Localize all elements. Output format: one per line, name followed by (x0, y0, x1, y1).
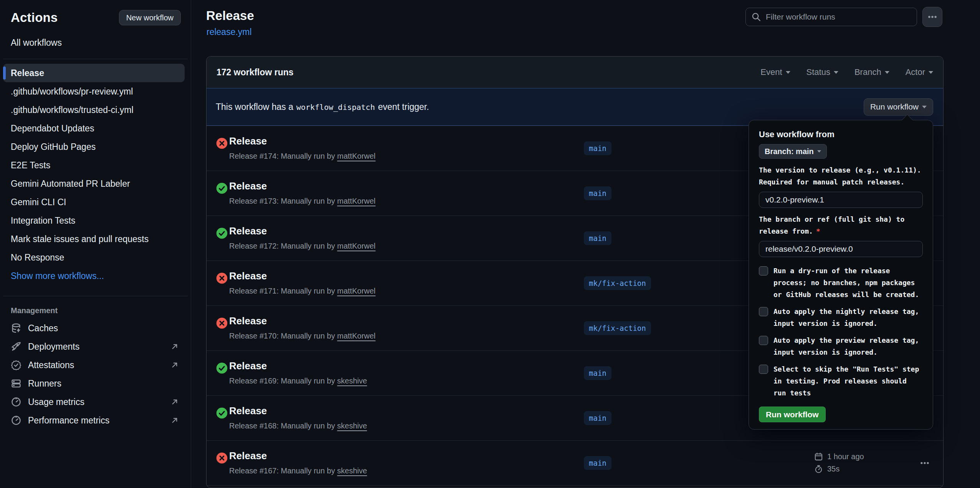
filter-label: Status (806, 67, 830, 77)
runs-list-header: 172 workflow runs Event Status Branch Ac… (207, 56, 943, 88)
actor-link[interactable]: skeshive (337, 422, 367, 430)
run-title-link[interactable]: Release (229, 359, 367, 372)
external-link-icon (170, 360, 179, 370)
nightly-tag-checkbox-label: Auto apply the nightly release tag, inpu… (773, 305, 923, 329)
filter-runs-input[interactable] (766, 12, 911, 22)
filter-branch-dropdown[interactable]: Branch (854, 67, 889, 77)
failure-icon (216, 452, 228, 464)
sidebar-item-label: Gemini CLI CI (11, 197, 66, 207)
actor-link[interactable]: mattKorwel (337, 287, 375, 295)
external-link-icon (170, 416, 179, 425)
sidebar-item-e2e-tests[interactable]: E2E Tests (3, 156, 185, 174)
new-workflow-button[interactable]: New workflow (119, 10, 181, 25)
actor-link[interactable]: mattKorwel (337, 332, 375, 340)
branch-badge[interactable]: main (584, 231, 611, 245)
version-input[interactable] (759, 192, 923, 208)
management-item-label: Performance metrics (28, 415, 109, 426)
actor-link[interactable]: mattKorwel (337, 242, 375, 250)
sidebar-item-label: E2E Tests (11, 160, 50, 171)
sidebar-item-usage-metrics[interactable]: Usage metrics (3, 393, 185, 411)
banner-text: This workflow has aworkflow_dispatcheven… (216, 102, 429, 112)
branch-selector-button[interactable]: Branch: main (759, 144, 827, 159)
run-title-link[interactable]: Release (229, 134, 375, 148)
actor-link[interactable]: mattKorwel (337, 152, 375, 160)
sidebar-item-integration-tests[interactable]: Integration Tests (3, 211, 185, 230)
failure-icon (216, 272, 228, 284)
branch-badge[interactable]: main (584, 456, 611, 470)
skip-tests-checkbox[interactable] (759, 365, 768, 374)
branch-badge[interactable]: main (584, 141, 611, 155)
sidebar-item-performance-metrics[interactable]: Performance metrics (3, 411, 185, 430)
run-title-link[interactable]: Release (229, 449, 367, 462)
run-title-link[interactable]: Release (229, 269, 375, 282)
run-workflow-submit-button[interactable]: Run workflow (759, 407, 826, 422)
branch-badge[interactable]: mk/fix-action (584, 321, 651, 335)
failure-icon (216, 138, 228, 149)
runs-count: 172 workflow runs (216, 67, 294, 78)
stopwatch-icon (814, 465, 823, 473)
branch-badge[interactable]: main (584, 186, 611, 200)
run-workflow-dropdown-button[interactable]: Run workflow (864, 98, 933, 116)
run-title-link[interactable]: Release (229, 404, 367, 417)
sidebar-item-release[interactable]: Release (3, 64, 185, 82)
branch-badge[interactable]: main (584, 411, 611, 425)
actor-link[interactable]: mattKorwel (337, 197, 375, 205)
sidebar-item-deploy-github-pages[interactable]: Deploy GitHub Pages (3, 138, 185, 156)
selected-indicator-bar (3, 66, 6, 80)
sidebar-item-runners[interactable]: Runners (3, 374, 185, 393)
preview-tag-checkbox[interactable] (759, 336, 768, 345)
sidebar-item-label: .github/workflows/pr-review.yml (11, 86, 133, 97)
all-workflows-link[interactable]: All workflows (11, 38, 180, 48)
external-link-icon (170, 397, 179, 407)
checkbox-row: Auto apply the preview release tag, inpu… (759, 334, 923, 358)
sidebar-item-label: Gemini Automated PR Labeler (11, 179, 130, 189)
run-title-link[interactable]: Release (229, 179, 375, 193)
sidebar-item-deployments[interactable]: Deployments (3, 337, 185, 356)
workflow-file-link[interactable]: release.yml (207, 27, 252, 37)
filter-event-dropdown[interactable]: Event (760, 67, 790, 77)
actor-link[interactable]: skeshive (337, 466, 367, 475)
run-workflow-label: Run workflow (870, 102, 919, 111)
sidebar-item-pr-review[interactable]: .github/workflows/pr-review.yml (3, 82, 185, 101)
branch-badge[interactable]: mk/fix-action (584, 276, 651, 290)
actor-link[interactable]: skeshive (337, 377, 367, 385)
dry-run-checkbox[interactable] (759, 266, 768, 276)
version-field-label: The version to release (e.g., v0.1.11). … (759, 164, 923, 188)
sidebar-item-dependabot-updates[interactable]: Dependabot Updates (3, 119, 185, 138)
management-item-label: Deployments (28, 342, 79, 352)
filter-status-dropdown[interactable]: Status (806, 67, 838, 77)
sidebar-item-gemini-pr-labeler[interactable]: Gemini Automated PR Labeler (3, 174, 185, 193)
chevron-down-icon (885, 71, 889, 74)
show-more-workflows-link[interactable]: Show more workflows... (3, 267, 185, 285)
sidebar-item-label: Deploy GitHub Pages (11, 142, 96, 152)
sidebar-item-attestations[interactable]: Attestations (3, 356, 185, 374)
sidebar-item-no-response[interactable]: No Response (3, 248, 185, 267)
run-title-link[interactable]: Release (229, 224, 375, 237)
search-icon (751, 12, 761, 22)
workflow-options-kebab-button[interactable] (922, 7, 942, 27)
ref-input[interactable] (759, 241, 923, 257)
sidebar-item-mark-stale[interactable]: Mark stale issues and pull requests (3, 230, 185, 248)
sidebar-item-gemini-cli-ci[interactable]: Gemini CLI CI (3, 193, 185, 211)
workflow-run-row[interactable]: Release Release #167: Manually run by sk… (207, 440, 943, 485)
sidebar-divider (3, 296, 188, 296)
chevron-down-icon (786, 71, 790, 74)
run-duration: 35s (827, 465, 840, 473)
run-options-kebab-button[interactable] (920, 457, 935, 469)
filter-actor-dropdown[interactable]: Actor (906, 67, 933, 77)
sidebar-item-trusted-ci[interactable]: .github/workflows/trusted-ci.yml (3, 101, 185, 119)
meter-icon (11, 415, 21, 426)
actions-sidebar: Actions New workflow All workflows Relea… (0, 0, 191, 488)
runs-filters: Event Status Branch Actor (760, 67, 933, 77)
row-divider (207, 485, 943, 488)
sidebar-item-label: .github/workflows/trusted-ci.yml (11, 105, 134, 115)
checkbox-row: Auto apply the nightly release tag, inpu… (759, 305, 923, 329)
run-time: 1 hour ago (827, 452, 864, 461)
run-title-link[interactable]: Release (229, 314, 375, 327)
success-icon (216, 362, 228, 374)
filter-runs-searchbox[interactable] (745, 8, 917, 26)
sidebar-item-caches[interactable]: Caches (3, 319, 185, 337)
nightly-tag-checkbox[interactable] (759, 307, 768, 316)
success-icon (216, 407, 228, 419)
branch-badge[interactable]: main (584, 366, 611, 380)
